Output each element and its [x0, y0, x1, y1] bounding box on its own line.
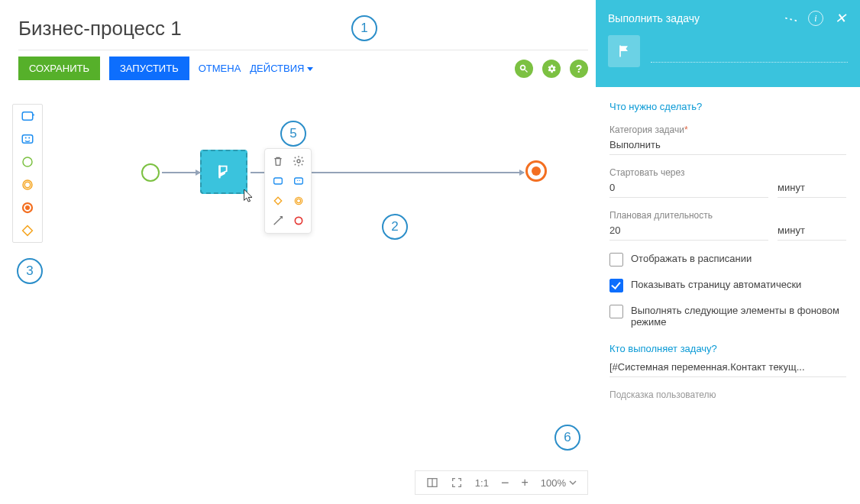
help-icon[interactable]: ? — [570, 60, 588, 78]
palette-inter-event-icon[interactable] — [21, 178, 34, 192]
section-performer[interactable]: Кто выполняет задачу? — [609, 343, 846, 354]
palette-task-icon[interactable] — [21, 109, 34, 123]
callout-1: 1 — [351, 15, 377, 41]
checkbox-show-page-auto-label: Показывать страницу автоматически — [631, 279, 801, 290]
toolbar: СОХРАНИТЬ ЗАПУСТИТЬ ОТМЕНА ДЕЙСТВИЯ ? — [18, 57, 588, 80]
callout-6: 6 — [554, 425, 580, 451]
start-in-input[interactable]: 0 — [609, 178, 768, 198]
duration-unit[interactable]: минут — [778, 221, 846, 241]
svg-point-3 — [28, 137, 30, 139]
fit-screen-icon[interactable] — [451, 477, 463, 489]
svg-point-10 — [297, 160, 300, 163]
element-palette — [12, 104, 43, 243]
palette-subprocess-icon[interactable] — [21, 132, 34, 146]
duration-label: Плановая длительность — [609, 210, 846, 221]
callout-5: 5 — [280, 121, 306, 147]
category-label: Категория задачи* — [609, 124, 846, 135]
gateway-icon[interactable] — [271, 195, 284, 207]
task-icon[interactable] — [271, 175, 284, 187]
svg-rect-15 — [274, 197, 281, 204]
svg-point-18 — [295, 217, 302, 224]
palette-gateway-icon[interactable] — [21, 224, 34, 237]
layout-columns-icon[interactable] — [426, 477, 438, 489]
zoom-level-value: 100% — [541, 477, 566, 489]
task-type-flag-icon[interactable] — [608, 35, 640, 67]
user-task-node[interactable] — [200, 150, 247, 194]
zoom-out-icon[interactable]: − — [501, 475, 509, 491]
inter-event-icon[interactable] — [292, 195, 305, 207]
checkbox-background-mode[interactable] — [609, 305, 623, 318]
checkbox-show-in-schedule-label: Отображать в расписании — [631, 253, 752, 264]
start-in-label: Стартовать через — [609, 167, 846, 178]
end-event-icon[interactable] — [292, 215, 305, 227]
section-hint[interactable]: Подсказка пользователю — [609, 389, 846, 400]
checkbox-show-in-schedule[interactable] — [609, 253, 623, 267]
process-canvas[interactable] — [53, 104, 588, 466]
node-context-menu — [264, 148, 312, 234]
delete-icon[interactable] — [271, 155, 284, 167]
properties-panel: Выполнить задачу ⋮ i ✕ Что нужно сделать… — [596, 0, 860, 504]
save-button[interactable]: СОХРАНИТЬ — [18, 57, 100, 80]
palette-start-event-icon[interactable] — [21, 155, 34, 169]
palette-end-event-icon[interactable] — [21, 201, 34, 215]
svg-point-17 — [296, 199, 300, 202]
subprocess-icon[interactable] — [292, 175, 305, 187]
page-title[interactable]: Бизнес-процесс 1 — [18, 17, 588, 40]
run-button[interactable]: ЗАПУСТИТЬ — [109, 57, 189, 80]
category-input[interactable]: Выполнить — [609, 135, 846, 155]
start-event-node[interactable] — [141, 163, 160, 182]
duration-input[interactable]: 20 — [609, 221, 768, 241]
flow-icon[interactable] — [271, 215, 284, 227]
actions-dropdown[interactable]: ДЕЙСТВИЯ — [250, 63, 313, 74]
svg-rect-0 — [22, 112, 33, 121]
cursor-icon — [243, 188, 255, 203]
callout-3: 3 — [17, 258, 43, 284]
zoom-level[interactable]: 100% — [541, 477, 577, 489]
section-what-to-do[interactable]: Что нужно сделать? — [609, 101, 846, 112]
checkbox-show-page-auto[interactable] — [609, 279, 623, 292]
panel-header: Выполнить задачу ⋮ i ✕ — [596, 0, 860, 87]
svg-rect-12 — [294, 178, 302, 184]
svg-point-14 — [299, 180, 299, 181]
svg-point-6 — [24, 182, 31, 188]
svg-point-8 — [25, 205, 30, 210]
search-icon[interactable] — [515, 60, 533, 78]
checkbox-background-mode-label: Выполнять следующие элементы в фоновом р… — [631, 305, 846, 328]
gear-icon[interactable] — [292, 155, 305, 167]
zoom-in-icon[interactable]: + — [521, 476, 528, 489]
panel-title: Выполнить задачу — [608, 12, 700, 24]
callout-2: 2 — [382, 214, 408, 240]
svg-point-4 — [23, 157, 32, 166]
end-event-node[interactable] — [525, 160, 547, 182]
svg-point-13 — [297, 180, 298, 181]
info-icon[interactable]: i — [808, 11, 823, 26]
more-icon[interactable]: ⋮ — [784, 11, 799, 26]
start-in-unit[interactable]: минут — [778, 178, 846, 198]
zoom-toolbar: 1:1 − + 100% — [415, 470, 588, 495]
svg-rect-11 — [273, 178, 282, 184]
zoom-actual[interactable]: 1:1 — [475, 477, 489, 489]
performer-input[interactable]: [#Системная переменная.Контакт текущ... — [609, 357, 846, 377]
sequence-flow[interactable] — [162, 172, 200, 173]
cancel-link[interactable]: ОТМЕНА — [199, 63, 241, 74]
svg-rect-9 — [23, 226, 33, 236]
close-icon[interactable]: ✕ — [833, 11, 848, 26]
gear-icon[interactable] — [542, 60, 561, 78]
svg-point-2 — [25, 137, 27, 139]
task-name-input[interactable] — [651, 40, 848, 63]
